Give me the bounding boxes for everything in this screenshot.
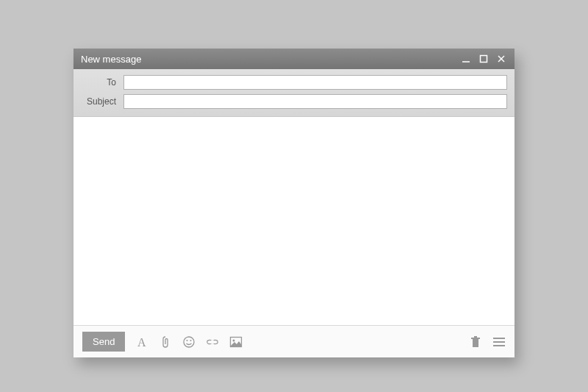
subject-row: Subject — [81, 94, 507, 109]
compose-window: New message To Subject Send A — [74, 49, 514, 357]
emoji-icon[interactable] — [182, 335, 196, 349]
window-title: New message — [81, 54, 141, 65]
image-icon[interactable] — [229, 335, 243, 349]
svg-rect-13 — [473, 339, 478, 347]
svg-point-5 — [184, 337, 194, 347]
svg-point-6 — [187, 340, 188, 341]
to-label: To — [81, 77, 123, 88]
link-icon[interactable] — [206, 335, 219, 349]
minimize-icon[interactable] — [460, 53, 472, 65]
subject-label: Subject — [81, 96, 123, 107]
svg-point-7 — [190, 340, 192, 341]
font-icon[interactable]: A — [135, 335, 148, 349]
subject-input[interactable] — [123, 94, 507, 109]
svg-rect-10 — [212, 340, 215, 343]
svg-rect-14 — [471, 338, 480, 339]
menu-icon[interactable] — [492, 335, 506, 349]
titlebar: New message — [74, 49, 514, 69]
svg-text:A: A — [137, 336, 146, 349]
maximize-icon[interactable] — [478, 53, 490, 65]
close-icon[interactable] — [495, 53, 507, 65]
header-fields: To Subject — [74, 69, 514, 117]
message-body[interactable] — [74, 117, 514, 325]
to-input[interactable] — [123, 75, 507, 90]
svg-point-12 — [233, 339, 235, 341]
svg-rect-1 — [481, 56, 487, 63]
attachment-icon[interactable] — [159, 335, 172, 349]
toolbar-right — [469, 335, 506, 349]
toolbar-left: Send A — [82, 332, 243, 352]
to-row: To — [81, 75, 507, 90]
trash-icon[interactable] — [469, 335, 482, 349]
svg-rect-15 — [474, 336, 477, 338]
send-button[interactable]: Send — [82, 332, 125, 352]
toolbar: Send A — [74, 325, 514, 357]
window-controls — [460, 53, 507, 65]
